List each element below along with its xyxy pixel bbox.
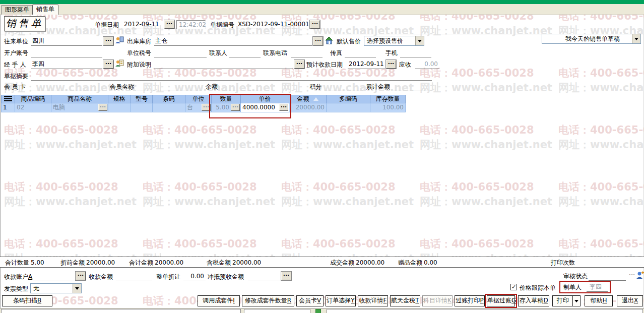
doc-summary-label: 单据摘要 (4, 73, 28, 81)
audit-status-picker-button (627, 272, 637, 280)
price-picker-button[interactable] (279, 104, 288, 111)
doc-no-picker-button[interactable] (310, 20, 320, 29)
cell-qty[interactable]: 5.00 (212, 103, 241, 112)
offset-prepaid-picker-button[interactable] (281, 272, 291, 280)
partner-label: 往来单位 (4, 38, 28, 46)
chevron-down-icon[interactable] (415, 36, 424, 45)
col-unit[interactable]: 单位 (185, 95, 212, 103)
handler-field[interactable]: 李四 (31, 60, 102, 69)
offset-prepaid-field[interactable] (248, 273, 280, 281)
member-card-button[interactable]: 会员卡V (296, 295, 324, 306)
tab-graphic-menu[interactable]: 图形菜单 (1, 5, 33, 15)
auditor-person-icon[interactable] (636, 271, 644, 280)
warehouse-home-icon[interactable] (325, 36, 334, 44)
col-name[interactable]: 商品名称 (51, 95, 108, 103)
unit-picker-button[interactable] (202, 104, 211, 111)
memo-picker-button[interactable] (294, 60, 304, 69)
col-code[interactable]: 商品编码 (15, 95, 51, 103)
pre-discount-amount: 折前金额20000.00 (60, 259, 115, 267)
cell-barcode[interactable] (153, 103, 185, 112)
warehouse-picker-button[interactable] (313, 37, 323, 45)
chevron-down-icon[interactable] (632, 34, 640, 43)
help-button[interactable]: 帮助H (585, 295, 613, 306)
cell-multicode[interactable] (327, 103, 370, 112)
post-document-button[interactable]: 单据过账G (487, 295, 515, 306)
contact-field[interactable] (229, 49, 261, 57)
price-track-checkbox[interactable]: ✓ (510, 284, 517, 290)
due-date-field[interactable]: 2012-09-11 (348, 60, 385, 69)
bank-account-label: 开户账号 (4, 49, 28, 57)
invoice-type-select[interactable]: 无 (30, 283, 82, 293)
member-card-field[interactable] (30, 83, 103, 91)
my-drafts-select[interactable]: 我今天的销售单草稿 (542, 34, 641, 44)
cell-model[interactable] (131, 103, 153, 112)
due-date-picker-button[interactable] (386, 60, 396, 69)
receipt-account-field[interactable] (33, 273, 75, 281)
warehouse-field[interactable]: 主仓 (154, 37, 312, 46)
aerospace-tax-button[interactable]: 航天金税T (390, 295, 420, 306)
col-amount[interactable]: 金额 (289, 95, 327, 103)
gift-amount: 赠品金额0.00 (398, 259, 437, 267)
print-dropdown-icon[interactable] (572, 296, 580, 306)
tax-no-field[interactable] (154, 49, 207, 57)
status-panel (1, 309, 241, 313)
member-name-field[interactable] (137, 83, 202, 91)
exit-button[interactable]: 退出X (617, 295, 643, 306)
window-titlebar (0, 0, 644, 4)
print-button[interactable]: 打印 (552, 295, 581, 306)
memo-label: 附加说明 (127, 61, 151, 69)
cell-unit[interactable]: 台 (185, 103, 212, 112)
cell-amount[interactable]: 20000.00 (289, 103, 327, 112)
bank-account-field[interactable] (31, 49, 102, 57)
col-model[interactable]: 型号 (131, 95, 153, 103)
call-kit-button[interactable]: 调用成套件I (198, 295, 240, 306)
cell-name[interactable]: 电脑 (51, 103, 108, 112)
order-select-button[interactable]: 订单选择Y (326, 295, 356, 306)
cell-row-no[interactable]: 1 (1, 103, 15, 112)
memo-field[interactable] (154, 60, 293, 69)
name-picker-button[interactable] (98, 104, 107, 111)
doc-no-field[interactable]: XSD-2012-09-11-00001 (237, 21, 306, 29)
modify-kit-qty-button[interactable]: 修改成套件数量R (242, 295, 294, 306)
handler-person-edit-icon[interactable] (115, 59, 124, 68)
tel-field[interactable] (291, 49, 323, 57)
tab-sales-order[interactable]: 销售单 (32, 5, 58, 15)
doc-summary-field[interactable] (31, 72, 432, 81)
partner-picker-button[interactable] (103, 37, 113, 45)
table-row: 1 02 电脑 台 5.00 4000.0000 20000.00 100.00 (1, 103, 406, 112)
receipt-amount-field[interactable] (116, 273, 152, 281)
cell-spec[interactable] (108, 103, 131, 112)
cell-stock[interactable]: 100.00 (370, 103, 406, 112)
col-stock[interactable]: 库存数量 (370, 95, 406, 103)
col-barcode[interactable]: 条码 (153, 95, 185, 103)
fax-field[interactable] (345, 49, 376, 57)
col-amount-label: 金额 (297, 95, 309, 102)
doc-date-picker-button[interactable] (164, 20, 174, 29)
discount-field[interactable]: 0.00 (183, 273, 206, 281)
post-print-button[interactable]: 过账打印P (455, 295, 485, 306)
cell-price[interactable]: 4000.0000 (241, 103, 289, 112)
receipt-account-label: 收款账户A (4, 273, 32, 281)
col-qty[interactable]: 数量 (212, 95, 241, 103)
row-selector-header[interactable] (1, 95, 15, 103)
partner-field[interactable]: 四川 (31, 37, 102, 46)
cell-code[interactable]: 02 (15, 103, 51, 112)
contact-label: 联系人 (209, 49, 227, 57)
handler-picker-button[interactable] (103, 60, 113, 69)
preset-price-select[interactable]: 选择预设售价 (364, 36, 424, 46)
qty-picker-button[interactable] (231, 104, 240, 111)
receipt-account-picker-button[interactable] (76, 272, 86, 280)
mobile-field[interactable] (400, 49, 431, 57)
doc-date-field[interactable]: 2012-09-11 (123, 21, 163, 29)
chevron-down-icon[interactable] (73, 284, 81, 293)
tel-label: 联系电话 (263, 49, 287, 57)
col-spec[interactable]: 规格 (108, 95, 131, 103)
default-price-label: 默认售价 (337, 38, 361, 46)
barcode-scan-button[interactable]: 条码扫描B (2, 295, 52, 306)
partner-person-icon[interactable] (115, 36, 124, 44)
receipt-detail-button[interactable]: 收款详情F (358, 295, 388, 306)
save-draft-button[interactable]: 存入草稿D (518, 295, 549, 306)
cell-qty-value: 5.00 (216, 104, 229, 111)
col-multicode[interactable]: 多编码 (327, 95, 370, 103)
col-price[interactable]: 单价 (241, 95, 289, 103)
